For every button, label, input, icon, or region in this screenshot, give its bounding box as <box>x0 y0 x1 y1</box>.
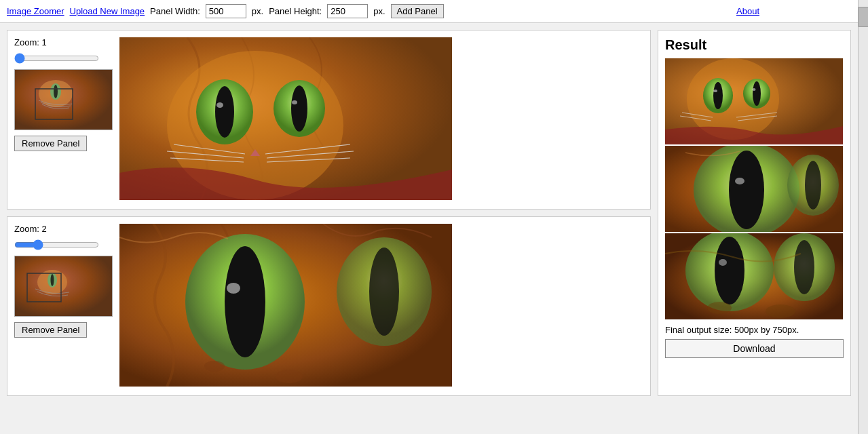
svg-point-29 <box>369 248 399 336</box>
svg-point-52 <box>715 237 744 304</box>
svg-point-22 <box>51 274 54 286</box>
svg-point-49 <box>805 161 821 210</box>
result-image-2 <box>665 146 843 232</box>
svg-point-3 <box>54 85 58 98</box>
result-title: Result <box>665 37 844 53</box>
panel-1-controls: Zoom: 1 <box>14 37 113 151</box>
panel-width-input[interactable] <box>206 4 246 18</box>
svg-point-26 <box>225 246 265 357</box>
result-images <box>665 58 844 319</box>
svg-point-27 <box>227 283 240 294</box>
panel-1-thumb-svg <box>15 70 113 130</box>
svg-point-38 <box>753 81 761 106</box>
image-zoomer-link[interactable]: Image Zoomer <box>7 6 64 16</box>
panel-2-controls: Zoom: 2 <box>14 224 113 338</box>
panels-area: Zoom: 1 <box>7 30 651 396</box>
panel-2-thumbnail <box>14 256 113 317</box>
header: Image Zoomer Upload New Image Panel Widt… <box>0 0 868 23</box>
panel-2-main-image <box>119 224 452 387</box>
panel-1-zoom-label: Zoom: 1 <box>14 37 113 47</box>
svg-point-11 <box>291 85 307 132</box>
svg-point-30 <box>204 361 225 372</box>
svg-point-56 <box>707 302 732 314</box>
svg-point-55 <box>794 240 814 294</box>
panel-2-image-wrapper <box>119 224 452 389</box>
px2-label: px. <box>373 6 385 16</box>
output-size-text: Final output size: 500px by 750px. <box>665 325 844 335</box>
result-image-1 <box>665 58 843 144</box>
panel-1-remove-button[interactable]: Remove Panel <box>14 136 87 151</box>
panel-1-zoom-slider[interactable] <box>14 53 99 64</box>
panel-2-thumb-svg <box>15 256 113 317</box>
svg-point-39 <box>753 88 756 91</box>
download-button[interactable]: Download <box>665 339 844 358</box>
panel-height-input[interactable] <box>327 4 368 18</box>
scrollbar-thumb[interactable] <box>858 7 868 27</box>
svg-point-8 <box>215 86 234 138</box>
svg-point-57 <box>766 304 795 318</box>
svg-point-47 <box>735 178 744 184</box>
about-link[interactable]: About <box>736 6 759 16</box>
svg-point-31 <box>276 370 303 383</box>
svg-point-9 <box>216 102 223 108</box>
svg-point-46 <box>729 151 764 229</box>
px1-label: px. <box>252 6 263 16</box>
panel-2: Zoom: 2 <box>7 216 651 396</box>
svg-point-12 <box>292 100 297 104</box>
panel-1-thumbnail <box>14 69 113 130</box>
panel-height-label: Panel Height: <box>269 6 322 16</box>
panel-width-label: Panel Width: <box>150 6 200 16</box>
panel-2-remove-button[interactable]: Remove Panel <box>14 322 87 338</box>
panel-1-image-wrapper <box>119 37 452 202</box>
svg-point-36 <box>713 90 717 92</box>
panel-1-main-image <box>119 37 452 200</box>
panel-2-zoom-label: Zoom: 2 <box>14 224 113 234</box>
scrollbar-track <box>858 0 868 403</box>
main: Zoom: 1 <box>0 23 858 403</box>
panel-1: Zoom: 1 <box>7 30 651 210</box>
add-panel-button[interactable]: Add Panel <box>391 4 444 18</box>
result-panel: Result <box>658 30 851 396</box>
panel-2-zoom-slider[interactable] <box>14 239 99 250</box>
svg-point-53 <box>719 259 727 266</box>
upload-new-image-link[interactable]: Upload New Image <box>70 6 145 16</box>
result-image-3 <box>665 233 843 319</box>
svg-point-35 <box>713 82 723 109</box>
